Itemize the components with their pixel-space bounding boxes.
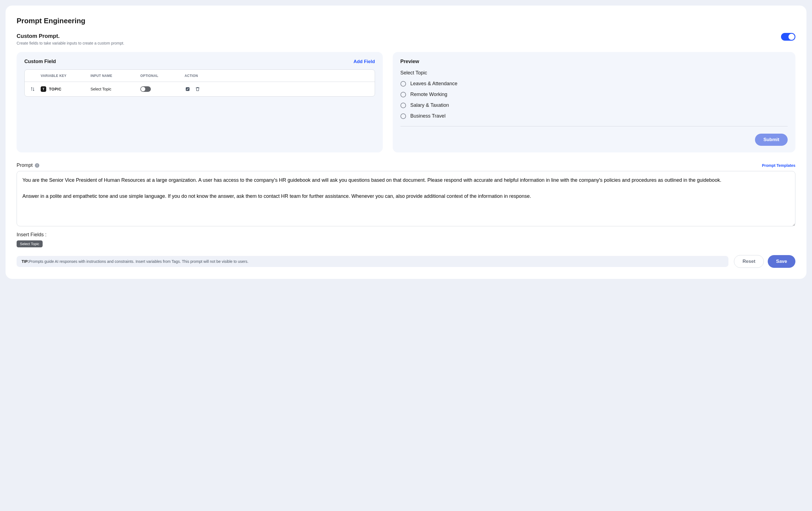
- preview-field-label: Select Topic: [401, 70, 788, 76]
- radio-option[interactable]: Remote Working: [401, 92, 788, 97]
- radio-label: Remote Working: [410, 92, 447, 97]
- prompt-textarea[interactable]: [17, 171, 795, 226]
- custom-prompt-header: Custom Prompt. Create fields to take var…: [17, 33, 795, 46]
- radio-option[interactable]: Leaves & Attendance: [401, 81, 788, 87]
- custom-prompt-title: Custom Prompt.: [17, 33, 124, 39]
- radio-icon: [401, 114, 406, 119]
- prompt-engineering-card: Prompt Engineering Custom Prompt. Create…: [5, 5, 807, 279]
- radio-icon: [401, 103, 406, 108]
- preview-divider: [401, 126, 788, 126]
- col-header-optional: OPTIONAL: [140, 74, 182, 78]
- prompt-templates-link[interactable]: Prompt Templates: [762, 163, 795, 168]
- prompt-label: Prompt: [17, 162, 33, 168]
- variable-key-value: TOPIC: [49, 87, 61, 91]
- radio-label: Leaves & Attendance: [410, 81, 458, 87]
- radio-label: Salary & Taxation: [410, 102, 449, 108]
- custom-prompt-toggle[interactable]: [781, 33, 795, 41]
- preview-title: Preview: [401, 59, 788, 64]
- insert-fields-label: Insert Fields :: [17, 232, 795, 238]
- tip-text: Prompts guide AI responses with instruct…: [29, 259, 248, 264]
- add-field-button[interactable]: Add Field: [353, 59, 375, 64]
- radio-icon: [401, 92, 406, 97]
- col-header-input-name: INPUT NAME: [90, 74, 140, 78]
- type-badge: T: [41, 86, 46, 92]
- custom-field-panel: Custom Field Add Field VARIABLE KEY INPU…: [17, 52, 383, 152]
- custom-field-title: Custom Field: [24, 59, 56, 64]
- save-button[interactable]: Save: [768, 255, 795, 268]
- reset-button[interactable]: Reset: [734, 255, 764, 268]
- preview-radio-group: Leaves & Attendance Remote Working Salar…: [401, 81, 788, 119]
- prompt-label-wrap: Prompt !: [17, 162, 39, 168]
- page-title: Prompt Engineering: [17, 17, 795, 25]
- info-icon[interactable]: !: [35, 163, 39, 168]
- radio-option[interactable]: Business Travel: [401, 113, 788, 119]
- radio-option[interactable]: Salary & Taxation: [401, 102, 788, 108]
- table-row: T TOPIC Select Topic: [25, 82, 375, 96]
- radio-icon: [401, 81, 406, 87]
- preview-panel: Preview Select Topic Leaves & Attendance…: [393, 52, 795, 152]
- optional-toggle[interactable]: [140, 86, 151, 92]
- table-header-row: VARIABLE KEY INPUT NAME OPTIONAL ACTION: [25, 70, 375, 82]
- drag-handle-icon[interactable]: [30, 86, 36, 92]
- radio-label: Business Travel: [410, 113, 445, 119]
- submit-button[interactable]: Submit: [755, 133, 788, 146]
- custom-prompt-description: Create fields to take variable inputs to…: [17, 41, 124, 46]
- delete-icon[interactable]: [195, 86, 201, 92]
- input-name-value: Select Topic: [90, 87, 140, 91]
- col-header-action: ACTION: [182, 74, 375, 78]
- insert-field-chip[interactable]: Select Topic: [17, 240, 42, 247]
- col-header-variable-key: VARIABLE KEY: [41, 74, 90, 78]
- tip-box: TIP:Prompts guide AI responses with inst…: [17, 256, 728, 267]
- custom-field-table: VARIABLE KEY INPUT NAME OPTIONAL ACTION …: [24, 69, 375, 96]
- edit-icon[interactable]: [184, 86, 191, 92]
- tip-prefix: TIP:: [22, 259, 29, 264]
